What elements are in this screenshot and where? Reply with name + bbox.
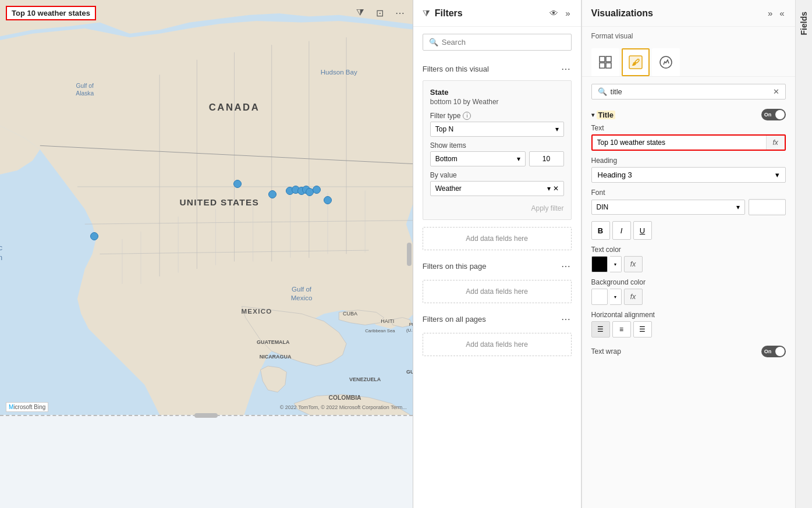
filter-toolbar-btn[interactable]: ⧩ — [352, 5, 368, 21]
focus-toolbar-btn[interactable]: ⊡ — [372, 5, 388, 21]
text-wrap-toggle[interactable]: On — [761, 346, 786, 357]
add-data-page-btn[interactable]: Add data fields here — [423, 280, 572, 303]
heading-prop-label: Heading — [591, 157, 786, 165]
by-value-field-text: Weather — [435, 184, 462, 193]
filters-panel: ⧩ Filters 👁 » 🔍 Filters on this visual ⋯… — [413, 0, 581, 508]
title-text-input[interactable] — [593, 136, 766, 150]
viz-search-row: 🔍 ✕ — [591, 84, 786, 100]
viz-section-title-text: ▾ Title — [591, 111, 616, 119]
filters-all-more-btn[interactable]: ⋯ — [560, 312, 572, 326]
font-chevron: ▾ — [736, 203, 740, 211]
viz-search-clear-btn[interactable]: ✕ — [773, 87, 779, 96]
state-filter-subtitle: bottom 10 by Weather — [430, 98, 564, 106]
show-items-chevron: ▾ — [517, 155, 520, 163]
viz-title-section-header[interactable]: ▾ Title On — [591, 105, 786, 124]
viz-title: Visualizations — [591, 8, 762, 19]
text-prop-label: Text — [591, 124, 786, 132]
svg-text:UNITED STATES: UNITED STATES — [179, 197, 259, 207]
svg-rect-49 — [600, 63, 605, 68]
align-right-btn[interactable]: ☰ — [633, 321, 652, 338]
more-options-btn[interactable]: ⋯ — [392, 5, 408, 21]
viz-expand-btn[interactable]: » — [767, 7, 774, 19]
text-color-prop-row: Text color ▾ fx — [591, 246, 786, 272]
text-prop-row: Text fx — [591, 124, 786, 151]
filters-all-text: Filters on all pages — [423, 315, 486, 324]
map-bottom-area — [0, 415, 413, 508]
add-data-visual-btn[interactable]: Add data fields here — [423, 227, 572, 250]
viz-search-input[interactable] — [611, 87, 770, 96]
toggle-knob — [775, 110, 785, 119]
filters-eye-btn[interactable]: 👁 — [548, 7, 559, 19]
viz-search-icon: 🔍 — [598, 87, 607, 96]
show-items-row-container: Show items Bottom ▾ — [430, 141, 564, 166]
heading-chevron: ▾ — [775, 170, 779, 179]
filters-page-more-btn[interactable]: ⋯ — [560, 260, 572, 273]
bing-logo: Microsoft Bing — [6, 402, 48, 412]
text-color-label: Text color — [591, 246, 786, 254]
text-color-fx-btn[interactable]: fx — [624, 256, 643, 272]
filter-type-select[interactable]: Top N ▾ — [430, 122, 564, 137]
filters-search-input[interactable] — [442, 38, 565, 47]
font-row: DIN ▾ ▲ ▼ — [591, 199, 786, 215]
filter-funnel-icon: ⧩ — [423, 8, 430, 19]
state-filter-title: State — [430, 88, 564, 97]
bg-color-fx-btn[interactable]: fx — [624, 289, 643, 305]
fields-vertical-label[interactable]: Fields — [797, 7, 811, 40]
apply-filter-btn[interactable]: Apply filter — [430, 201, 564, 212]
title-toggle[interactable]: On — [761, 109, 786, 120]
svg-rect-50 — [606, 63, 611, 68]
heading-prop-row: Heading Heading 3 ▾ — [591, 157, 786, 183]
viz-collapse-btn[interactable]: « — [778, 7, 785, 19]
font-size-input[interactable] — [749, 201, 786, 214]
align-left-btn[interactable]: ☰ — [591, 321, 610, 338]
text-format-prop-row: B I U — [591, 221, 786, 240]
filters-expand-btn[interactable]: » — [564, 7, 571, 19]
svg-text:CUBA: CUBA — [343, 311, 357, 317]
filters-visual-more-btn[interactable]: ⋯ — [560, 62, 572, 76]
viz-header: Visualizations » « — [582, 0, 795, 27]
filter-type-label: Filter type i — [430, 112, 564, 120]
filter-type-row: Filter type i Top N ▾ — [430, 112, 564, 137]
text-color-arrow[interactable]: ▾ — [610, 256, 622, 272]
map-title-badge: Top 10 weather states — [6, 6, 96, 20]
filters-visual-text: Filters on this visual — [423, 65, 489, 73]
filters-header: ⧩ Filters 👁 » — [413, 0, 581, 27]
fields-panel: Fields — [795, 0, 812, 508]
map-title-bar: Top 10 weather states — [6, 6, 96, 20]
bg-color-arrow[interactable]: ▾ — [610, 289, 622, 305]
heading-select[interactable]: Heading 3 ▾ — [591, 167, 786, 183]
show-items-count-input[interactable] — [529, 151, 564, 166]
filters-header-icons: 👁 » — [548, 7, 571, 19]
show-items-direction-select[interactable]: Bottom ▾ — [430, 151, 526, 166]
bg-color-prop-row: Background color ▾ fx — [591, 278, 786, 305]
by-value-chevron: ▾ — [547, 184, 551, 193]
by-value-clear-icon[interactable]: ✕ — [553, 184, 559, 193]
filters-search-icon: 🔍 — [429, 38, 438, 47]
filters-on-all-label: Filters on all pages ⋯ — [413, 308, 581, 328]
by-value-select[interactable]: Weather ▾ ✕ — [430, 181, 564, 196]
add-data-all-btn[interactable]: Add data fields here — [423, 333, 572, 356]
font-family-select[interactable]: DIN ▾ — [591, 200, 745, 215]
h-align-prop-row: Horizontal alignment ☰ ≡ ☰ — [591, 311, 786, 338]
resize-handle-right[interactable] — [407, 243, 412, 266]
heading-value-text: Heading 3 — [598, 170, 632, 179]
bold-btn[interactable]: B — [591, 221, 610, 240]
viz-tab-format[interactable]: 🖌 — [622, 48, 650, 76]
bg-color-swatch[interactable] — [591, 289, 608, 305]
map-dot-9 — [324, 196, 332, 204]
filters-on-visual-label: Filters on this visual ⋯ — [413, 58, 581, 78]
copyright-text: © 2022 TomTom, © 2022 Microsoft Corporat… — [280, 404, 407, 410]
resize-handle-bottom[interactable] — [194, 413, 218, 418]
filters-search-box: 🔍 — [423, 34, 572, 51]
align-center-btn[interactable]: ≡ — [612, 321, 631, 338]
svg-text:Alaska: Alaska — [76, 90, 94, 97]
viz-tab-grid[interactable] — [591, 48, 619, 76]
text-color-swatch[interactable] — [591, 256, 608, 272]
map-dot-2 — [268, 190, 276, 198]
underline-btn[interactable]: U — [633, 221, 652, 240]
map-toolbar: ⧩ ⊡ ⋯ — [352, 5, 408, 21]
title-fx-btn[interactable]: fx — [766, 136, 785, 150]
svg-text:COLOMBIA: COLOMBIA — [329, 395, 361, 401]
italic-btn[interactable]: I — [612, 221, 631, 240]
viz-tab-analytics[interactable] — [652, 48, 680, 76]
